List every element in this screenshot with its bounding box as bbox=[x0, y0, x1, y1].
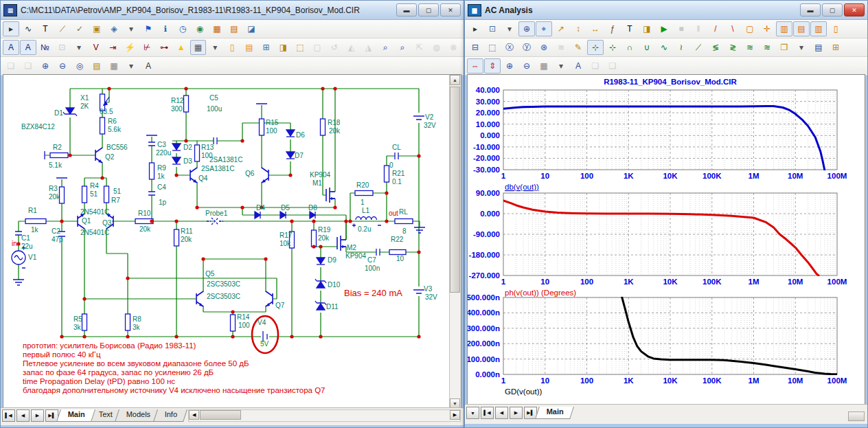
horizontal-tag-icon[interactable]: ↔ bbox=[587, 21, 604, 36]
font-icon[interactable]: A bbox=[140, 58, 157, 74]
cursor-next-icon[interactable]: ⊹ bbox=[587, 40, 604, 55]
split-grid-icon[interactable]: ▦ bbox=[536, 58, 552, 74]
clipboard-icon[interactable]: ❐ bbox=[776, 40, 792, 55]
plot-group-1-icon[interactable]: ▥ bbox=[810, 21, 827, 36]
peak-icon[interactable]: ∩ bbox=[621, 40, 638, 55]
dropdown-icon[interactable]: ▾ bbox=[123, 21, 139, 36]
zoom-in-icon[interactable]: ⊕ bbox=[37, 58, 54, 74]
valley-icon[interactable]: ∪ bbox=[639, 40, 655, 55]
text-mode-icon[interactable]: T bbox=[37, 21, 54, 36]
flag-tool-icon[interactable]: ⚑ bbox=[140, 21, 157, 36]
positive-slope-icon[interactable]: / bbox=[707, 21, 724, 36]
zoom-out-icon[interactable]: ⊖ bbox=[518, 58, 535, 74]
scale-mode-icon[interactable]: ⊕ bbox=[518, 21, 535, 36]
plot-list-dropdown[interactable]: ▼ bbox=[466, 407, 479, 419]
dropdown-icon[interactable]: ▾ bbox=[501, 21, 518, 36]
text-page-icon[interactable]: ▤ bbox=[241, 40, 258, 55]
horizontal-cursor-icon[interactable]: ⇔ bbox=[467, 58, 483, 74]
find-next-icon[interactable]: ⌕ bbox=[394, 40, 411, 55]
picture-tool-icon[interactable]: ▣ bbox=[89, 21, 105, 36]
line-tool-icon[interactable]: ⟋ bbox=[54, 21, 71, 36]
schematic-canvas[interactable]: X12K63.5D1BZX84C12R65.6kBC556Q2R25.1kC32… bbox=[3, 74, 461, 409]
text-rows-icon[interactable]: ▤ bbox=[226, 21, 242, 36]
schematic-titlebar[interactable]: ▦ C:\MC11\DATA\Petrov\AMP_KP904_Borisov_… bbox=[1, 1, 464, 20]
properties-icon[interactable]: ◨ bbox=[275, 40, 292, 55]
expand-region-icon[interactable]: ✛ bbox=[759, 21, 775, 36]
schematic-vertical-scrollbar[interactable]: ▲ ▼ bbox=[449, 75, 461, 409]
scrollbar-thumb[interactable] bbox=[200, 410, 241, 420]
minimize-button[interactable]: ▬ bbox=[800, 3, 821, 16]
formula-text-icon[interactable]: ƒ bbox=[604, 21, 621, 36]
shape-tool-icon[interactable]: ◈ bbox=[106, 21, 122, 36]
split-grid-icon[interactable]: ▦ bbox=[106, 58, 122, 74]
new-page-icon[interactable]: ▯ bbox=[224, 40, 240, 55]
next-page-button[interactable]: ▶ bbox=[31, 409, 44, 422]
scroll-up-button[interactable]: ▲ bbox=[450, 75, 460, 85]
tab-main[interactable]: Main bbox=[535, 407, 574, 419]
grid-icon[interactable]: ▦ bbox=[190, 40, 207, 55]
first-plot-button[interactable]: ▌◀ bbox=[481, 407, 494, 419]
vertical-cursor-icon[interactable]: ⇕ bbox=[484, 58, 501, 74]
font-icon[interactable]: A bbox=[570, 58, 586, 74]
find-icon[interactable]: ⌕ bbox=[377, 40, 393, 55]
split-dropdown-icon[interactable]: ▾ bbox=[553, 58, 569, 74]
digital-path-icon[interactable]: ◪ bbox=[243, 21, 260, 36]
pin-tool-icon[interactable]: ✓ bbox=[71, 21, 88, 36]
negative-slope-icon[interactable]: \ bbox=[724, 21, 741, 36]
close-button[interactable]: ✕ bbox=[440, 3, 461, 16]
ac-analysis-titlebar[interactable]: ▆ AC Analysis ▬ ▢ ✕ bbox=[465, 1, 867, 20]
data-points-icon[interactable]: ⬚ bbox=[484, 40, 501, 55]
prev-page-button[interactable]: ◀ bbox=[16, 409, 30, 422]
first-page-button[interactable]: ▌◀ bbox=[2, 409, 15, 422]
schematic-horizontal-scrollbar[interactable]: ◀ ▶ bbox=[188, 409, 461, 422]
wire-mode-icon[interactable]: ∿ bbox=[20, 21, 36, 36]
edit-limits-icon[interactable]: ✎ bbox=[570, 40, 586, 55]
horizontal-axis-icon[interactable]: ⊟ bbox=[467, 40, 483, 55]
numeric-values-icon[interactable]: ⊞ bbox=[827, 40, 844, 55]
minimize-button[interactable]: ▬ bbox=[396, 3, 417, 16]
maximize-button[interactable]: ▢ bbox=[418, 3, 439, 16]
select-box-icon[interactable]: ⬚ bbox=[292, 40, 308, 55]
plot-area[interactable]: 40.00030.00020.00010.0000.000-10.000-20.… bbox=[467, 74, 865, 407]
help-mode-icon[interactable]: ◷ bbox=[174, 21, 191, 36]
link-mode-icon[interactable]: ◉ bbox=[192, 21, 208, 36]
node-numbers-icon[interactable]: № bbox=[37, 40, 54, 55]
tab-info[interactable]: Info bbox=[153, 409, 187, 422]
zoom-in-icon[interactable]: ⊕ bbox=[501, 58, 518, 74]
split-dropdown-icon[interactable]: ▾ bbox=[123, 58, 139, 74]
log-y-icon[interactable]: ⓨ bbox=[518, 40, 535, 55]
run-icon[interactable]: ▶ bbox=[656, 21, 672, 36]
select-region-icon[interactable]: ▢ bbox=[742, 21, 758, 36]
clipboard-dropdown-icon[interactable]: ▾ bbox=[793, 40, 810, 55]
grid-dropdown-icon[interactable]: ▾ bbox=[207, 40, 223, 55]
select-tool-icon[interactable]: ▸ bbox=[467, 21, 483, 36]
tile-vertical-icon[interactable]: ▥ bbox=[776, 21, 792, 36]
bottom-curves-icon[interactable]: ≋ bbox=[742, 40, 758, 55]
global-low-icon[interactable]: ≷ bbox=[724, 40, 741, 55]
maximize-button[interactable]: ▢ bbox=[822, 3, 843, 16]
next-plot-button[interactable]: ▶ bbox=[510, 407, 523, 419]
components-icon[interactable]: ⊡ bbox=[484, 21, 501, 36]
scroll-left-button[interactable]: ◀ bbox=[189, 410, 199, 420]
page-view-icon[interactable]: ▤ bbox=[89, 58, 105, 74]
tab-main[interactable]: Main bbox=[56, 409, 95, 422]
node-voltages-icon[interactable]: V bbox=[88, 40, 104, 55]
global-high-icon[interactable]: ≶ bbox=[707, 40, 724, 55]
cursor-mode-icon[interactable]: ⌖ bbox=[536, 21, 552, 36]
pin-connections-icon[interactable]: ⊶ bbox=[156, 40, 172, 55]
numeric-output-icon[interactable]: ▤ bbox=[810, 40, 827, 55]
low-icon[interactable]: ≀ bbox=[673, 40, 689, 55]
close-button[interactable]: ✕ bbox=[844, 3, 865, 16]
resize-grip[interactable] bbox=[848, 412, 865, 421]
vertical-tag-icon[interactable]: ↕ bbox=[570, 21, 586, 36]
warning-icon[interactable]: ▲ bbox=[173, 40, 190, 55]
tile-horizontal-icon[interactable]: ▤ bbox=[793, 21, 810, 36]
top-curves-icon[interactable]: ≋ bbox=[759, 40, 775, 55]
properties-icon[interactable]: ◨ bbox=[639, 21, 655, 36]
cursor-peak-icon[interactable]: ⊹ bbox=[604, 40, 621, 55]
powers-icon[interactable]: ⚡ bbox=[122, 40, 138, 55]
log-x-icon[interactable]: ⓧ bbox=[501, 40, 518, 55]
grid-text-icon[interactable]: A bbox=[20, 40, 36, 55]
check-model-icon[interactable]: ▦ bbox=[209, 21, 225, 36]
high-icon[interactable]: ∿ bbox=[656, 40, 672, 55]
